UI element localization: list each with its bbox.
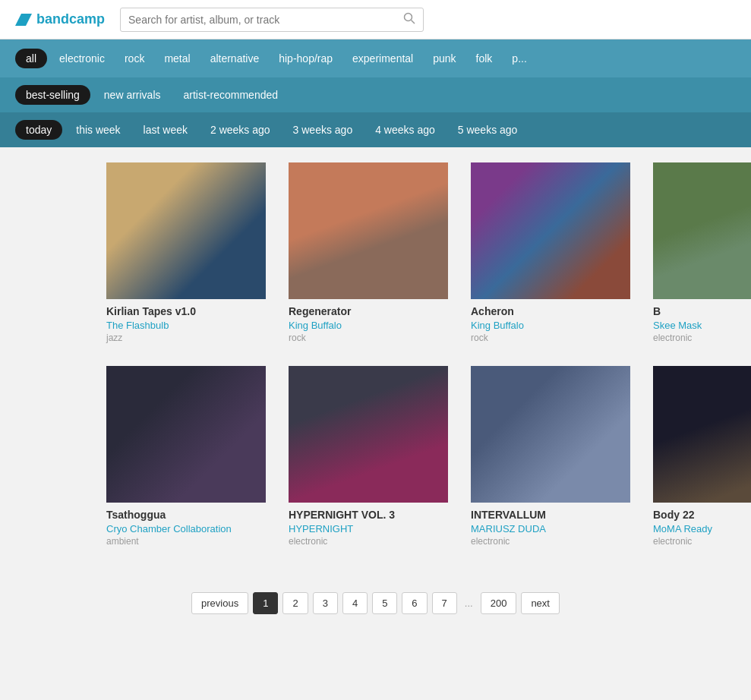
album-genre: electronic <box>653 333 751 343</box>
album-artist[interactable]: MoMA Ready <box>653 523 751 534</box>
sort-nav-item-best-selling[interactable]: best-selling <box>15 85 90 105</box>
album-artist[interactable]: King Buffalo <box>471 320 630 331</box>
genre-nav-item-all[interactable]: all <box>15 49 47 68</box>
album-card[interactable]: Kirlian Tapes v1.0The Flashbulbjazz <box>106 162 266 343</box>
album-card[interactable]: TsathogguaCryo Chamber Collaborationambi… <box>106 366 266 547</box>
genre-nav-item-alternative[interactable]: alternative <box>203 49 267 68</box>
album-title: Tsathoggua <box>106 509 266 521</box>
album-art <box>653 162 751 299</box>
album-card[interactable]: AcheronKing Buffalorock <box>471 162 630 343</box>
album-art <box>289 162 448 299</box>
album-card[interactable]: RegeneratorKing Buffalorock <box>289 162 448 343</box>
album-genre: electronic <box>289 536 448 547</box>
pagination-page-2[interactable]: 2 <box>282 592 308 614</box>
album-card[interactable]: HYPERNIGHT VOL. 3HYPERNIGHTelectronic <box>289 366 448 547</box>
pagination-page-3[interactable]: 3 <box>313 592 338 614</box>
album-title: Acheron <box>471 305 630 317</box>
logo[interactable]: bandcamp <box>15 11 105 27</box>
genre-nav-item-electronic[interactable]: electronic <box>52 49 112 68</box>
album-title: B <box>653 305 751 317</box>
album-genre: jazz <box>106 333 266 343</box>
pagination-page-4[interactable]: 4 <box>342 592 368 614</box>
pagination: previous1234567...200next <box>106 577 645 629</box>
bandcamp-logo-icon <box>15 14 32 26</box>
svg-marker-0 <box>15 14 32 26</box>
album-title: HYPERNIGHT VOL. 3 <box>289 509 448 521</box>
album-artist[interactable]: The Flashbulb <box>106 320 266 331</box>
genre-nav-item-hip-hop-rap[interactable]: hip-hop/rap <box>271 49 340 68</box>
genre-nav-item-folk[interactable]: folk <box>469 49 500 68</box>
time-nav-item-last-week[interactable]: last week <box>134 120 197 140</box>
sort-nav-item-new-arrivals[interactable]: new arrivals <box>95 85 170 105</box>
search-icon[interactable] <box>403 12 415 27</box>
sort-nav-item-artist-recommended[interactable]: artist-recommended <box>175 85 288 105</box>
album-art <box>106 162 266 299</box>
album-genre: electronic <box>653 536 751 547</box>
album-artist[interactable]: Skee Mask <box>653 320 751 331</box>
album-card[interactable]: BSkee Maskelectronic <box>653 162 751 343</box>
pagination-page-5[interactable]: 5 <box>372 592 397 614</box>
logo-text: bandcamp <box>36 11 105 27</box>
pagination-page-6[interactable]: 6 <box>402 592 427 614</box>
album-genre: rock <box>471 333 630 343</box>
genre-nav-item-metal[interactable]: metal <box>156 49 197 68</box>
time-nav-item-5-weeks-ago[interactable]: 5 weeks ago <box>449 120 527 140</box>
search-input[interactable] <box>128 14 403 26</box>
album-grid: Kirlian Tapes v1.0The FlashbulbjazzRegen… <box>106 162 645 547</box>
album-genre: ambient <box>106 536 266 547</box>
time-nav: todaythis weeklast week2 weeks ago3 week… <box>0 112 751 147</box>
genre-nav: allelectronicrockmetalalternativehip-hop… <box>0 39 751 77</box>
album-art <box>471 366 630 503</box>
album-title: Regenerator <box>289 305 448 317</box>
album-card[interactable]: INTERVALLUMMARIUSZ DUDAelectronic <box>471 366 630 547</box>
album-title: Kirlian Tapes v1.0 <box>106 305 266 317</box>
genre-nav-item-punk[interactable]: punk <box>425 49 463 68</box>
album-artist[interactable]: MARIUSZ DUDA <box>471 523 630 534</box>
time-nav-item-today[interactable]: today <box>15 120 62 140</box>
album-artist[interactable]: HYPERNIGHT <box>289 523 448 534</box>
album-genre: electronic <box>471 536 630 547</box>
pagination-prev[interactable]: previous <box>191 592 248 614</box>
time-nav-item-3-weeks-ago[interactable]: 3 weeks ago <box>284 120 362 140</box>
album-art <box>289 366 448 503</box>
genre-nav-item-experimental[interactable]: experimental <box>345 49 421 68</box>
pagination-page-1[interactable]: 1 <box>253 592 278 614</box>
search-bar <box>120 8 424 32</box>
genre-nav-item-more[interactable]: p... <box>504 49 534 68</box>
album-artist[interactable]: Cryo Chamber Collaboration <box>106 523 266 534</box>
header: bandcamp <box>0 0 751 39</box>
svg-point-1 <box>405 13 412 20</box>
album-art <box>106 366 266 503</box>
pagination-last-page[interactable]: 200 <box>481 592 517 614</box>
album-art <box>653 366 751 503</box>
svg-line-2 <box>412 20 415 24</box>
pagination-next[interactable]: next <box>521 592 560 614</box>
sort-nav: best-sellingnew arrivalsartist-recommend… <box>0 77 751 112</box>
main-content: Kirlian Tapes v1.0The FlashbulbjazzRegen… <box>0 147 751 645</box>
album-card[interactable]: Body 22MoMA Readyelectronic <box>653 366 751 547</box>
genre-nav-item-rock[interactable]: rock <box>117 49 152 68</box>
time-nav-item-4-weeks-ago[interactable]: 4 weeks ago <box>366 120 444 140</box>
album-title: Body 22 <box>653 509 751 521</box>
time-nav-item-this-week[interactable]: this week <box>67 120 129 140</box>
album-art <box>471 162 630 299</box>
time-nav-item-2-weeks-ago[interactable]: 2 weeks ago <box>201 120 279 140</box>
pagination-dots: ... <box>462 593 476 613</box>
pagination-page-7[interactable]: 7 <box>432 592 457 614</box>
album-artist[interactable]: King Buffalo <box>289 320 448 331</box>
album-title: INTERVALLUM <box>471 509 630 521</box>
album-genre: rock <box>289 333 448 343</box>
